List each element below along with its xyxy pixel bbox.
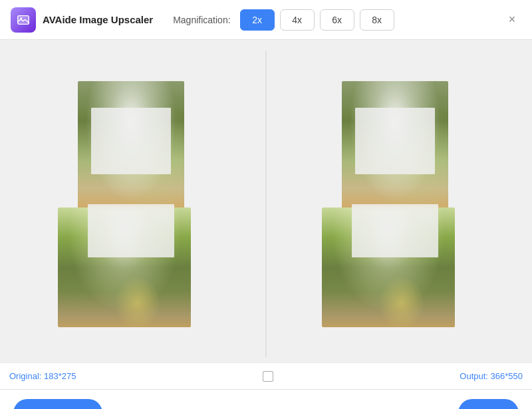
original-matte-top bbox=[91, 108, 171, 174]
main-content bbox=[0, 40, 532, 362]
original-image-panel bbox=[7, 51, 261, 357]
app-icon bbox=[11, 7, 36, 33]
save-button[interactable]: Save bbox=[458, 399, 519, 410]
output-matte-bottom bbox=[352, 204, 438, 257]
magnification-controls: 2x 4x 6x 8x bbox=[240, 9, 394, 31]
original-matte-bottom bbox=[88, 204, 174, 257]
panel-divider bbox=[265, 51, 267, 357]
output-image-panel bbox=[271, 51, 525, 357]
new-image-button[interactable]: New Image bbox=[13, 399, 102, 410]
magnification-label: Magnification: bbox=[173, 15, 230, 25]
mag-4x-button[interactable]: 4x bbox=[280, 9, 315, 31]
action-bar: New Image Save bbox=[0, 389, 532, 409]
center-icon-area bbox=[76, 371, 460, 382]
info-bar: Original: 183*275 Output: 366*550 bbox=[0, 362, 532, 389]
output-image-collage bbox=[322, 81, 475, 327]
output-dimensions: Output: 366*550 bbox=[460, 371, 523, 381]
mag-2x-button[interactable]: 2x bbox=[240, 9, 275, 31]
output-matte-top bbox=[355, 108, 435, 174]
original-image-collage bbox=[58, 81, 211, 327]
mag-6x-button[interactable]: 6x bbox=[320, 9, 354, 31]
original-dimensions: Original: 183*275 bbox=[9, 371, 76, 381]
center-square-icon bbox=[263, 371, 273, 382]
title-bar: AVAide Image Upscaler Magnification: 2x … bbox=[0, 0, 532, 40]
mag-8x-button[interactable]: 8x bbox=[360, 9, 394, 31]
app-title: AVAide Image Upscaler bbox=[43, 14, 153, 25]
close-button[interactable]: × bbox=[503, 11, 521, 29]
